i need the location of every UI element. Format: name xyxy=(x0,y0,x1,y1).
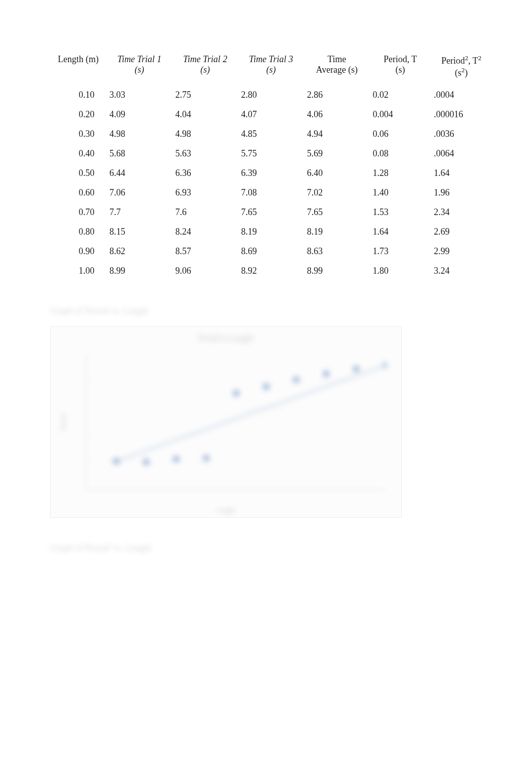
table-cell: 7.06 xyxy=(107,183,172,203)
data-point xyxy=(293,377,299,383)
table-cell: 4.94 xyxy=(304,124,370,144)
chart-period-vs-length: Period vs Length Period Length xyxy=(50,326,402,518)
col-header-avg: Time Average (s) xyxy=(304,50,370,85)
table-cell: 5.69 xyxy=(304,144,370,163)
table-cell: 8.63 xyxy=(304,242,370,261)
table-cell: .0036 xyxy=(431,124,492,144)
plot-svg xyxy=(86,354,386,489)
table-cell: 8.19 xyxy=(238,222,304,242)
table-body: 0.103.032.752.802.860.02.00040.204.094.0… xyxy=(50,85,492,281)
table-cell: 0.50 xyxy=(50,163,107,183)
table-cell: 1.53 xyxy=(370,203,431,222)
table-cell: 7.08 xyxy=(238,183,304,203)
table-header-row: Length (m) Time Trial 1 (s) Time Trial 2… xyxy=(50,50,492,85)
table-cell: 6.36 xyxy=(172,163,238,183)
col-header-trial2: Time Trial 2 (s) xyxy=(172,50,238,85)
table-cell: 2.69 xyxy=(431,222,492,242)
chart-title: Period vs Length xyxy=(198,334,253,343)
table-cell: 6.40 xyxy=(304,163,370,183)
table-cell: 1.64 xyxy=(370,222,431,242)
data-point xyxy=(143,459,149,465)
table-row: 0.103.032.752.802.860.02.0004 xyxy=(50,85,492,105)
data-point xyxy=(323,371,329,377)
table-row: 0.607.066.937.087.021.401.96 xyxy=(50,183,492,203)
table-row: 0.908.628.578.698.631.732.99 xyxy=(50,242,492,261)
table-row: 0.506.446.366.396.401.281.64 xyxy=(50,163,492,183)
table-cell: .000016 xyxy=(431,105,492,124)
table-cell: 4.85 xyxy=(238,124,304,144)
table-cell: 2.86 xyxy=(304,85,370,105)
table-cell: 0.10 xyxy=(50,85,107,105)
table-cell: 8.99 xyxy=(107,261,172,281)
table-cell: 0.60 xyxy=(50,183,107,203)
table-cell: 8.92 xyxy=(238,261,304,281)
table-cell: 8.69 xyxy=(238,242,304,261)
table-cell: 2.34 xyxy=(431,203,492,222)
x-axis-label: Length xyxy=(217,506,235,514)
table-cell: 7.65 xyxy=(238,203,304,222)
table-cell: 0.06 xyxy=(370,124,431,144)
table-cell: 7.02 xyxy=(304,183,370,203)
table-cell: 7.6 xyxy=(172,203,238,222)
table-cell: 4.06 xyxy=(304,105,370,124)
table-cell: 0.08 xyxy=(370,144,431,163)
table-cell: 1.96 xyxy=(431,183,492,203)
table-cell: 0.40 xyxy=(50,144,107,163)
table-cell: 2.75 xyxy=(172,85,238,105)
section-heading-period2-vs-length: Graph of Period² vs. Length xyxy=(50,543,492,553)
col-header-trial1: Time Trial 1 (s) xyxy=(107,50,172,85)
table-cell: 8.19 xyxy=(304,222,370,242)
table-cell: 0.70 xyxy=(50,203,107,222)
section-heading-period-vs-length: Graph of Period vs. Length xyxy=(50,306,492,316)
table-cell: 1.28 xyxy=(370,163,431,183)
table-cell: 6.93 xyxy=(172,183,238,203)
table-cell: 1.64 xyxy=(431,163,492,183)
data-point xyxy=(233,391,239,397)
table-cell: .0064 xyxy=(431,144,492,163)
table-cell: 5.75 xyxy=(238,144,304,163)
table-cell: 3.03 xyxy=(107,85,172,105)
table-cell: 6.44 xyxy=(107,163,172,183)
table-cell: 3.24 xyxy=(431,261,492,281)
data-table: Length (m) Time Trial 1 (s) Time Trial 2… xyxy=(50,50,492,281)
table-cell: 5.68 xyxy=(107,144,172,163)
table-cell: 1.73 xyxy=(370,242,431,261)
table-cell: 4.98 xyxy=(172,124,238,144)
table-cell: 1.00 xyxy=(50,261,107,281)
table-cell: .0004 xyxy=(431,85,492,105)
table-cell: 9.06 xyxy=(172,261,238,281)
table-cell: 0.20 xyxy=(50,105,107,124)
table-row: 0.808.158.248.198.191.642.69 xyxy=(50,222,492,242)
table-cell: 0.004 xyxy=(370,105,431,124)
col-header-period: Period, T (s) xyxy=(370,50,431,85)
col-header-trial3: Time Trial 3 (s) xyxy=(238,50,304,85)
table-row: 0.204.094.044.074.060.004.000016 xyxy=(50,105,492,124)
table-cell: 0.02 xyxy=(370,85,431,105)
table-cell: 2.80 xyxy=(238,85,304,105)
table-cell: 5.63 xyxy=(172,144,238,163)
data-point xyxy=(263,384,269,390)
table-cell: 8.15 xyxy=(107,222,172,242)
table-cell: 4.09 xyxy=(107,105,172,124)
table-cell: 0.90 xyxy=(50,242,107,261)
col-header-length: Length (m) xyxy=(50,50,107,85)
table-cell: 2.99 xyxy=(431,242,492,261)
table-row: 0.405.685.635.755.690.08.0064 xyxy=(50,144,492,163)
table-cell: 4.98 xyxy=(107,124,172,144)
table-cell: 8.57 xyxy=(172,242,238,261)
table-cell: 4.04 xyxy=(172,105,238,124)
table-row: 0.707.77.67.657.651.532.34 xyxy=(50,203,492,222)
table-cell: 7.65 xyxy=(304,203,370,222)
y-axis-label: Period xyxy=(59,414,67,431)
table-row: 1.008.999.068.928.991.803.24 xyxy=(50,261,492,281)
table-cell: 1.80 xyxy=(370,261,431,281)
table-cell: 8.62 xyxy=(107,242,172,261)
data-point xyxy=(203,455,209,461)
table-cell: 8.24 xyxy=(172,222,238,242)
data-point xyxy=(173,456,179,462)
table-cell: 1.40 xyxy=(370,183,431,203)
table-cell: 4.07 xyxy=(238,105,304,124)
table-cell: 0.30 xyxy=(50,124,107,144)
col-header-period2: Period2, T2 (s2) xyxy=(431,50,492,85)
table-cell: 6.39 xyxy=(238,163,304,183)
